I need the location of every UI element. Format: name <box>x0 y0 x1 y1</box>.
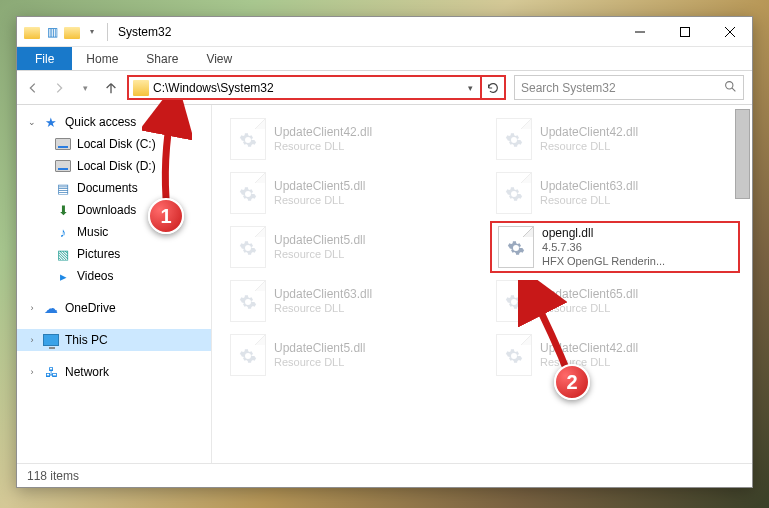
file-subtitle-2: HFX OpenGL Renderin... <box>542 255 665 269</box>
ribbon: File Home Share View <box>17 47 752 71</box>
scrollbar[interactable] <box>735 109 750 199</box>
downloads-icon: ⬇ <box>55 202 71 218</box>
address-bar-row: ▾ C:\Windows\System32 ▾ Search System32 <box>17 71 752 105</box>
file-subtitle: Resource DLL <box>274 140 372 154</box>
disk-icon <box>55 136 71 152</box>
svg-point-4 <box>726 81 733 88</box>
annotation-callout-2: 2 <box>554 364 590 400</box>
file-subtitle: Resource DLL <box>274 248 365 262</box>
pictures-icon: ▧ <box>55 246 71 262</box>
network-icon: 🖧 <box>43 364 59 380</box>
music-icon: ♪ <box>55 224 71 240</box>
dll-file-icon <box>496 118 532 160</box>
file-menu[interactable]: File <box>17 47 72 70</box>
dll-file-icon <box>230 334 266 376</box>
dll-file-icon <box>230 172 266 214</box>
new-folder-icon[interactable] <box>63 23 81 41</box>
chevron-down-icon[interactable]: ▾ <box>465 83 476 93</box>
file-name: UpdateClient63.dll <box>274 287 372 302</box>
file-item[interactable]: UpdateClient5.dllResource DLL <box>224 167 474 219</box>
qat-dropdown-icon[interactable]: ▾ <box>83 23 101 41</box>
videos-icon: ▸ <box>55 268 71 284</box>
window-controls <box>617 17 752 46</box>
maximize-button[interactable] <box>662 17 707 46</box>
recent-dropdown[interactable]: ▾ <box>77 80 93 96</box>
file-item[interactable]: UpdateClient42.dllResource DLL <box>490 113 740 165</box>
back-button[interactable] <box>25 80 41 96</box>
dll-file-icon <box>498 226 534 268</box>
sidebar-item-pictures[interactable]: ▧Pictures <box>17 243 211 265</box>
file-item[interactable]: UpdateClient63.dllResource DLL <box>224 275 474 327</box>
file-item[interactable]: UpdateClient42.dllResource DLL <box>224 113 474 165</box>
file-name: UpdateClient42.dll <box>274 125 372 140</box>
file-item[interactable]: UpdateClient5.dllResource DLL <box>224 221 474 273</box>
sidebar-onedrive[interactable]: ›☁OneDrive <box>17 297 211 319</box>
status-bar: 118 items <box>17 463 752 487</box>
sidebar-this-pc[interactable]: ›This PC <box>17 329 211 351</box>
sidebar-item-videos[interactable]: ▸Videos <box>17 265 211 287</box>
file-item[interactable]: UpdateClient63.dllResource DLL <box>490 167 740 219</box>
tab-share[interactable]: Share <box>132 47 192 70</box>
svg-line-5 <box>732 88 735 91</box>
dll-file-icon <box>496 172 532 214</box>
address-path: C:\Windows\System32 <box>153 81 461 95</box>
titlebar: ▥ ▾ System32 <box>17 17 752 47</box>
tab-view[interactable]: View <box>192 47 246 70</box>
dll-file-icon <box>230 118 266 160</box>
close-button[interactable] <box>707 17 752 46</box>
file-subtitle: Resource DLL <box>540 140 638 154</box>
file-name: UpdateClient5.dll <box>274 233 365 248</box>
cloud-icon: ☁ <box>43 300 59 316</box>
disk-icon <box>55 158 71 174</box>
computer-icon <box>43 332 59 348</box>
sidebar-network[interactable]: ›🖧Network <box>17 361 211 383</box>
props-icon[interactable]: ▥ <box>43 23 61 41</box>
folder-icon <box>133 80 149 96</box>
file-subtitle: Resource DLL <box>274 194 365 208</box>
body: ⌄ ★ Quick access Local Disk (C:) Local D… <box>17 105 752 463</box>
sidebar-item-label: Quick access <box>65 115 136 129</box>
documents-icon: ▤ <box>55 180 71 196</box>
chevron-right-icon[interactable]: › <box>27 303 37 313</box>
file-subtitle: 4.5.7.36 <box>542 241 665 255</box>
file-item-highlighted[interactable]: opengl.dll4.5.7.36HFX OpenGL Renderin... <box>490 221 740 273</box>
file-name: UpdateClient63.dll <box>540 179 638 194</box>
annotation-callout-1: 1 <box>148 198 184 234</box>
chevron-down-icon[interactable]: ⌄ <box>27 117 37 127</box>
explorer-window: ▥ ▾ System32 File Home Share View ▾ C:\W… <box>16 16 753 488</box>
forward-button[interactable] <box>51 80 67 96</box>
dll-file-icon <box>230 280 266 322</box>
star-icon: ★ <box>43 114 59 130</box>
search-icon <box>724 79 737 97</box>
search-input[interactable]: Search System32 <box>514 75 744 100</box>
file-name: UpdateClient42.dll <box>540 125 638 140</box>
search-placeholder: Search System32 <box>521 81 718 95</box>
refresh-button[interactable] <box>482 75 506 100</box>
file-name: opengl.dll <box>542 226 665 241</box>
item-count: 118 items <box>27 469 79 483</box>
file-list-pane[interactable]: UpdateClient42.dllResource DLLUpdateClie… <box>212 105 752 463</box>
up-button[interactable] <box>103 80 119 96</box>
folder-icon <box>23 23 41 41</box>
dll-file-icon <box>230 226 266 268</box>
quick-access-toolbar: ▥ ▾ <box>17 23 112 41</box>
tab-home[interactable]: Home <box>72 47 132 70</box>
chevron-right-icon[interactable]: › <box>27 335 37 345</box>
address-bar[interactable]: C:\Windows\System32 ▾ <box>127 75 482 100</box>
file-subtitle: Resource DLL <box>274 356 365 370</box>
chevron-right-icon[interactable]: › <box>27 367 37 377</box>
file-name: UpdateClient5.dll <box>274 179 365 194</box>
file-item[interactable]: UpdateClient5.dllResource DLL <box>224 329 474 381</box>
svg-rect-1 <box>680 27 689 36</box>
window-title: System32 <box>112 25 617 39</box>
file-subtitle: Resource DLL <box>540 194 638 208</box>
minimize-button[interactable] <box>617 17 662 46</box>
file-subtitle: Resource DLL <box>274 302 372 316</box>
file-name: UpdateClient5.dll <box>274 341 365 356</box>
